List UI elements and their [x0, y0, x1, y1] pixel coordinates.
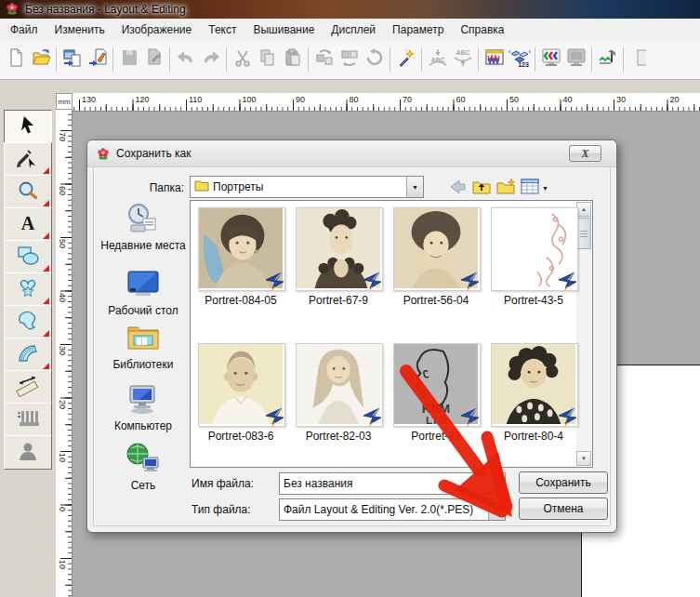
manual-punch-tool[interactable]	[4, 403, 52, 437]
fan-shape-tool[interactable]	[4, 338, 52, 372]
export-button[interactable]	[141, 46, 166, 73]
menu-item-Справка[interactable]: Справка	[452, 20, 512, 39]
filetype-dropdown-button[interactable]: ▼	[488, 499, 505, 520]
file-name[interactable]: Portret-083-6	[192, 430, 289, 443]
select-tool[interactable]	[4, 110, 52, 144]
zoom-tool[interactable]	[4, 175, 52, 209]
file-thumbnail[interactable]	[198, 207, 285, 291]
vruler-label: 10	[58, 453, 67, 462]
freeform-tool[interactable]	[4, 305, 52, 339]
window-title: Без названия - Layout & Editing	[25, 3, 186, 16]
file-name[interactable]: Portret-56-04	[388, 294, 484, 307]
folder-icon	[194, 179, 209, 194]
mirror-button[interactable]	[337, 46, 362, 73]
cut-button[interactable]	[230, 46, 255, 73]
dialog-title-bar[interactable]: Сохранить как	[87, 140, 616, 167]
save-button[interactable]: Сохранить	[519, 471, 608, 494]
folder-combobox[interactable]: Портреты ▼	[190, 176, 424, 198]
file-thumbnail[interactable]	[296, 207, 383, 291]
svg-text:123: 123	[518, 61, 529, 68]
scrollbar-thumb[interactable]	[576, 218, 591, 249]
new-folder-button[interactable]	[495, 178, 517, 198]
back-button[interactable]	[446, 178, 469, 198]
sew-order-button[interactable]: 123	[507, 46, 532, 73]
import-image-button[interactable]	[59, 46, 85, 73]
magic-wand-button[interactable]	[393, 46, 418, 73]
portrait-tool[interactable]	[4, 435, 52, 470]
folder-dropdown-button[interactable]: ▼	[406, 177, 423, 197]
stitch-simulator-button[interactable]	[595, 46, 620, 73]
sidebar-item-Сеть[interactable]: Сеть	[100, 442, 186, 492]
file-thumbnail[interactable]	[393, 207, 481, 291]
measure-icon	[16, 375, 40, 401]
filename-dropdown-button[interactable]: ▼	[488, 473, 505, 494]
measure-tool[interactable]	[4, 370, 52, 405]
sidebar-item-Библиотеки[interactable]: Библиотеки	[100, 321, 186, 371]
new-file-button[interactable]	[3, 46, 28, 73]
abc-up-icon: ABC	[451, 47, 475, 72]
import-image-icon	[62, 47, 83, 72]
toolbar-separator	[478, 47, 479, 72]
open-file-button[interactable]	[28, 46, 53, 73]
title-bar: Без названия - Layout & Editing	[0, 0, 700, 19]
sidebar-item-Компьютер[interactable]: Компьютер	[100, 382, 186, 432]
flip-v-icon	[339, 47, 360, 72]
menu-item-Изменить[interactable]: Изменить	[46, 20, 113, 39]
menu-item-Вышивание[interactable]: Вышивание	[244, 20, 323, 39]
file-name[interactable]: Portret-67-9	[290, 294, 387, 307]
pes-badge-icon	[458, 406, 482, 429]
cancel-button[interactable]: Отмена	[519, 498, 608, 520]
text-tool[interactable]: A	[4, 207, 52, 242]
image-to-stitch-button[interactable]	[85, 46, 110, 73]
save-button[interactable]	[116, 46, 141, 73]
sidebar-item-Рабочий стол[interactable]: Рабочий стол	[100, 267, 186, 317]
file-thumbnail[interactable]	[296, 343, 383, 427]
scroll-down-button[interactable]: ▼	[576, 451, 591, 466]
up-folder-button[interactable]	[470, 178, 493, 198]
file-thumbnail[interactable]	[198, 343, 285, 427]
menu-item-Параметр[interactable]: Параметр	[384, 20, 452, 39]
sidebar-item-Недавние места[interactable]: Недавние места	[100, 202, 186, 252]
scroll-up-button[interactable]: ▲	[576, 202, 591, 217]
file-thumbnail[interactable]: KEMLTD	[393, 343, 481, 427]
cut-icon	[232, 47, 253, 72]
filename-combobox[interactable]: Без названия ▼	[279, 472, 506, 495]
embroidery-window-button[interactable]	[482, 46, 507, 73]
design-property-button[interactable]	[538, 46, 563, 73]
point-edit-tool[interactable]	[4, 142, 52, 177]
filetype-combobox[interactable]: Файл Layout & Editing Ver. 2.0(*.PES) ▼	[279, 498, 506, 521]
menu-item-Дисплей[interactable]: Дисплей	[323, 20, 384, 39]
text-fit-up-button[interactable]: ABC	[450, 46, 475, 73]
pes-badge-icon	[263, 271, 287, 293]
file-name[interactable]: Portret-82-03	[290, 430, 387, 443]
file-thumbnail[interactable]	[491, 343, 578, 427]
file-thumbnail[interactable]	[491, 207, 578, 291]
file-name[interactable]: Portret-80-4	[485, 430, 582, 443]
dialog-close-button[interactable]: X	[569, 145, 601, 162]
file-name[interactable]: Portret-084-05	[192, 294, 289, 307]
redo-button[interactable]	[198, 46, 223, 73]
undo-icon	[176, 47, 196, 72]
text-fit-down-button[interactable]: ABC	[425, 46, 450, 73]
menu-item-Текст[interactable]: Текст	[200, 20, 244, 39]
menu-item-Изображение[interactable]: Изображение	[113, 20, 201, 39]
copy-button[interactable]	[255, 46, 280, 73]
duplicate-button[interactable]	[311, 46, 337, 73]
toolbar-separator	[623, 47, 624, 72]
shapes-tool[interactable]	[4, 240, 52, 274]
preview-button[interactable]	[563, 46, 588, 73]
back-icon	[448, 178, 467, 199]
star-heart-tool[interactable]	[4, 272, 52, 307]
file-name[interactable]: Portret-43-5	[485, 294, 582, 307]
partial-button[interactable]	[627, 46, 652, 73]
sidebar-item-label: Недавние места	[100, 239, 186, 252]
views-button[interactable]: ▼	[519, 178, 550, 198]
menu-item-Файл[interactable]: Файл	[2, 20, 46, 39]
rotate-button[interactable]	[362, 46, 387, 73]
file-name[interactable]: Portret-81	[388, 430, 484, 443]
undo-button[interactable]	[173, 46, 198, 73]
paste-button[interactable]	[280, 46, 305, 73]
file-list[interactable]: ▲ ▼ Portret-084-05Portret-67-9Portret-56…	[190, 200, 593, 468]
hruler-label: 50	[509, 95, 519, 104]
folder-label: Папка:	[139, 181, 184, 194]
